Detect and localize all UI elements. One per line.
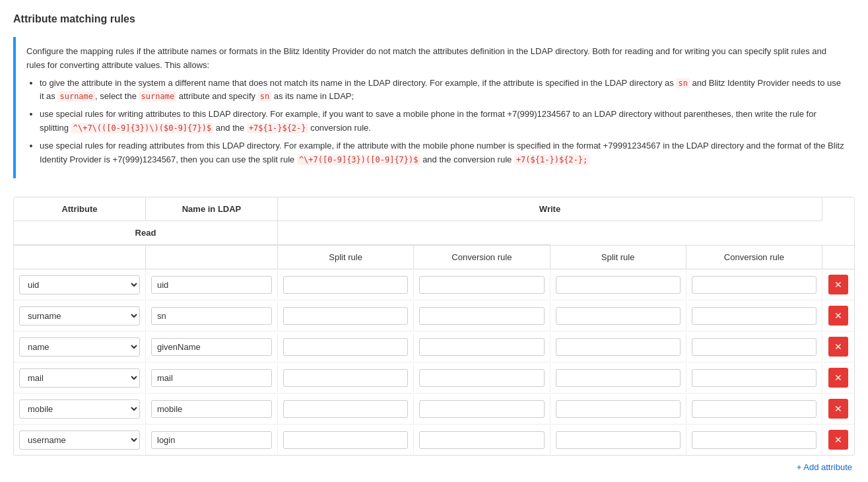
write-split-cell bbox=[278, 426, 414, 454]
write-split-cell bbox=[278, 364, 414, 392]
delete-button[interactable]: ✕ bbox=[828, 306, 848, 326]
read-split-cell bbox=[551, 271, 686, 299]
ldap-name-input[interactable] bbox=[151, 369, 272, 387]
write-split-input[interactable] bbox=[283, 400, 408, 418]
delete-cell: ✕ bbox=[822, 331, 854, 362]
info-item-1: to give the attribute in the system a di… bbox=[40, 77, 844, 104]
delete-button[interactable]: ✕ bbox=[828, 430, 848, 450]
attribute-select[interactable]: uidsurnamenamemailmobileusername bbox=[19, 368, 140, 388]
read-conversion-cell bbox=[686, 333, 822, 361]
th-write-conversion: Conversion rule bbox=[414, 246, 550, 269]
delete-button[interactable]: ✕ bbox=[828, 337, 848, 357]
ldap-name-input[interactable] bbox=[151, 276, 272, 294]
ldap-name-input[interactable] bbox=[151, 338, 272, 356]
read-split-cell bbox=[551, 426, 686, 454]
info-block: Configure the mapping rules if the attri… bbox=[13, 37, 855, 178]
ldap-name-cell bbox=[146, 364, 278, 392]
write-split-input[interactable] bbox=[283, 338, 408, 356]
write-split-input[interactable] bbox=[283, 369, 408, 387]
table-row: uidsurnamenamemailmobileusername✕ bbox=[14, 394, 854, 425]
th-attr-sub bbox=[14, 246, 146, 269]
delete-cell: ✕ bbox=[822, 362, 854, 393]
attribute-table: Attribute Name in LDAP Write Read Split … bbox=[13, 197, 855, 456]
write-conversion-cell bbox=[414, 364, 550, 392]
write-split-cell bbox=[278, 395, 414, 423]
header-row-2: Split rule Conversion rule Split rule Co… bbox=[14, 246, 854, 269]
read-conversion-cell bbox=[686, 302, 822, 330]
ldap-name-cell bbox=[146, 271, 278, 299]
read-split-input[interactable] bbox=[556, 431, 681, 449]
write-split-input[interactable] bbox=[283, 431, 408, 449]
info-list: to give the attribute in the system a di… bbox=[40, 77, 844, 167]
delete-button[interactable]: ✕ bbox=[828, 368, 848, 388]
header-row-1: Attribute Name in LDAP Write Read bbox=[14, 197, 854, 246]
write-split-cell bbox=[278, 271, 414, 299]
attribute-cell: uidsurnamenamemailmobileusername bbox=[14, 270, 146, 300]
read-conversion-input[interactable] bbox=[692, 400, 817, 418]
read-conversion-cell bbox=[686, 271, 822, 299]
table-row: uidsurnamenamemailmobileusername✕ bbox=[14, 331, 854, 362]
read-conversion-input[interactable] bbox=[692, 307, 817, 325]
write-conversion-input[interactable] bbox=[419, 276, 544, 294]
info-intro: Configure the mapping rules if the attri… bbox=[26, 45, 844, 73]
read-conversion-input[interactable] bbox=[692, 431, 817, 449]
write-conversion-cell bbox=[414, 302, 550, 330]
write-conversion-input[interactable] bbox=[419, 431, 544, 449]
th-del-sub bbox=[822, 246, 854, 269]
delete-button[interactable]: ✕ bbox=[828, 399, 848, 419]
read-split-input[interactable] bbox=[556, 338, 681, 356]
attribute-select[interactable]: uidsurnamenamemailmobileusername bbox=[19, 430, 140, 450]
write-split-cell bbox=[278, 302, 414, 330]
read-split-input[interactable] bbox=[556, 369, 681, 387]
write-conversion-input[interactable] bbox=[419, 400, 544, 418]
add-attribute-link[interactable]: + Add attribute bbox=[13, 456, 855, 472]
read-split-input[interactable] bbox=[556, 307, 681, 325]
delete-cell: ✕ bbox=[822, 425, 854, 455]
attribute-select[interactable]: uidsurnamenamemailmobileusername bbox=[19, 399, 140, 419]
table-row: uidsurnamenamemailmobileusername✕ bbox=[14, 362, 854, 394]
th-read-split: Split rule bbox=[551, 246, 686, 269]
attribute-select[interactable]: uidsurnamenamemailmobileusername bbox=[19, 275, 140, 294]
th-read: Read bbox=[14, 221, 278, 245]
read-split-cell bbox=[551, 302, 686, 330]
ldap-name-cell bbox=[146, 302, 278, 330]
th-attribute: Attribute bbox=[14, 197, 146, 221]
delete-cell: ✕ bbox=[822, 300, 854, 331]
th-actions-empty bbox=[278, 221, 551, 245]
read-conversion-input[interactable] bbox=[692, 338, 817, 356]
write-split-input[interactable] bbox=[283, 307, 408, 325]
write-conversion-input[interactable] bbox=[419, 307, 544, 325]
table-row: uidsurnamenamemailmobileusername✕ bbox=[14, 425, 854, 455]
th-read-conversion: Conversion rule bbox=[686, 246, 822, 269]
write-conversion-input[interactable] bbox=[419, 369, 544, 387]
th-ldap-sub bbox=[146, 246, 278, 269]
table-row: uidsurnamenamemailmobileusername✕ bbox=[14, 300, 854, 331]
write-conversion-cell bbox=[414, 426, 550, 454]
read-conversion-input[interactable] bbox=[692, 276, 817, 294]
write-conversion-cell bbox=[414, 395, 550, 423]
read-split-input[interactable] bbox=[556, 276, 681, 294]
read-conversion-cell bbox=[686, 364, 822, 392]
attribute-select[interactable]: uidsurnamenamemailmobileusername bbox=[19, 337, 140, 357]
read-split-cell bbox=[551, 395, 686, 423]
attribute-cell: uidsurnamenamemailmobileusername bbox=[14, 301, 146, 331]
read-split-cell bbox=[551, 333, 686, 361]
read-split-cell bbox=[551, 364, 686, 392]
ldap-name-input[interactable] bbox=[151, 307, 272, 325]
ldap-name-input[interactable] bbox=[151, 431, 272, 449]
write-split-cell bbox=[278, 333, 414, 361]
attribute-cell: uidsurnamenamemailmobileusername bbox=[14, 425, 146, 455]
th-write-split: Split rule bbox=[278, 246, 414, 269]
read-conversion-input[interactable] bbox=[692, 369, 817, 387]
attribute-select[interactable]: uidsurnamenamemailmobileusername bbox=[19, 306, 140, 326]
write-split-input[interactable] bbox=[283, 276, 408, 294]
ldap-name-cell bbox=[146, 333, 278, 361]
ldap-name-input[interactable] bbox=[151, 400, 272, 418]
read-conversion-cell bbox=[686, 395, 822, 423]
write-conversion-input[interactable] bbox=[419, 338, 544, 356]
table-row: uidsurnamenamemailmobileusername✕ bbox=[14, 269, 854, 300]
write-conversion-cell bbox=[414, 271, 550, 299]
ldap-name-cell bbox=[146, 426, 278, 454]
delete-button[interactable]: ✕ bbox=[828, 275, 848, 294]
read-split-input[interactable] bbox=[556, 400, 681, 418]
